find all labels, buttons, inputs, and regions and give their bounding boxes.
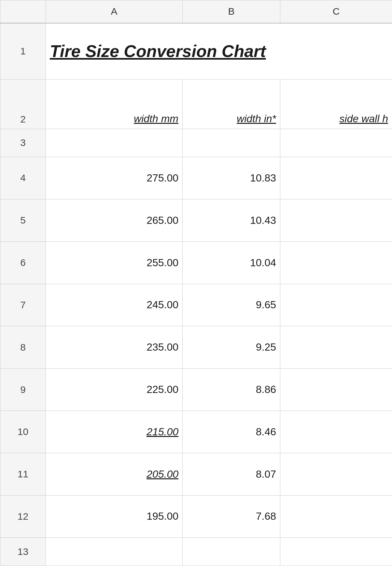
cell-10b: 8.46 [183,411,280,453]
col-b-header: B [183,0,280,23]
cell-10a: 215.00 [46,411,183,453]
cell-4b: 10.83 [183,157,280,199]
empty-cell-13b [183,538,280,566]
column-header-row: A B C [0,0,392,23]
row-number-5: 5 [0,199,46,241]
cell-12a: 195.00 [46,495,183,538]
table-row: 3 [0,129,392,157]
table-row: 11 205.00 8.07 [0,453,392,495]
cell-11a: 205.00 [46,453,183,495]
table-row: 10 215.00 8.46 [0,411,392,453]
cell-4c [280,157,392,199]
cell-9b: 8.86 [183,369,280,411]
cell-9a: 225.00 [46,369,183,411]
table-row: 9 225.00 8.86 [0,369,392,411]
row-number-7: 7 [0,284,46,326]
empty-cell-3a [46,129,183,157]
row-number-11: 11 [0,453,46,495]
cell-11b: 8.07 [183,453,280,495]
row-number-6: 6 [0,241,46,284]
cell-5c [280,199,392,241]
table-row: 12 195.00 7.68 [0,495,392,538]
table-row: 13 [0,538,392,566]
cell-12c [280,495,392,538]
cell-10c [280,411,392,453]
row-number-12: 12 [0,495,46,538]
spreadsheet-table: A B C 1 Tire Size Conversion Chart 2 wid… [0,0,392,566]
cell-6b: 10.04 [183,241,280,284]
empty-cell-3c [280,129,392,157]
cell-7b: 9.65 [183,284,280,326]
row-number-8: 8 [0,326,46,369]
row-number-3: 3 [0,129,46,157]
corner-cell [0,0,46,23]
cell-4a: 275.00 [46,157,183,199]
row-number-4: 4 [0,157,46,199]
row-number-9: 9 [0,369,46,411]
cell-9c [280,369,392,411]
row-number-13: 13 [0,538,46,566]
table-row: 1 Tire Size Conversion Chart [0,23,392,80]
title-cell: Tire Size Conversion Chart [46,23,392,80]
cell-7a: 245.00 [46,284,183,326]
cell-6a: 255.00 [46,241,183,284]
width-mm-header: width mm [46,80,183,129]
table-row: 2 width mm width in* side wall h [0,80,392,129]
row-number-2: 2 [0,80,46,129]
empty-cell-3b [183,129,280,157]
cell-7c [280,284,392,326]
col-a-header: A [46,0,183,23]
cell-8a: 235.00 [46,326,183,369]
table-row: 7 245.00 9.65 [0,284,392,326]
empty-cell-13a [46,538,183,566]
side-wall-header: side wall h [280,80,392,129]
cell-8b: 9.25 [183,326,280,369]
col-c-header: C [280,0,392,23]
table-row: 8 235.00 9.25 [0,326,392,369]
row-number-1: 1 [0,23,46,80]
cell-5b: 10.43 [183,199,280,241]
cell-6c [280,241,392,284]
width-in-header: width in* [183,80,280,129]
cell-12b: 7.68 [183,495,280,538]
table-row: 4 275.00 10.83 [0,157,392,199]
cell-5a: 265.00 [46,199,183,241]
table-row: 6 255.00 10.04 [0,241,392,284]
cell-11c [280,453,392,495]
row-number-10: 10 [0,411,46,453]
table-row: 5 265.00 10.43 [0,199,392,241]
empty-cell-13c [280,538,392,566]
cell-8c [280,326,392,369]
